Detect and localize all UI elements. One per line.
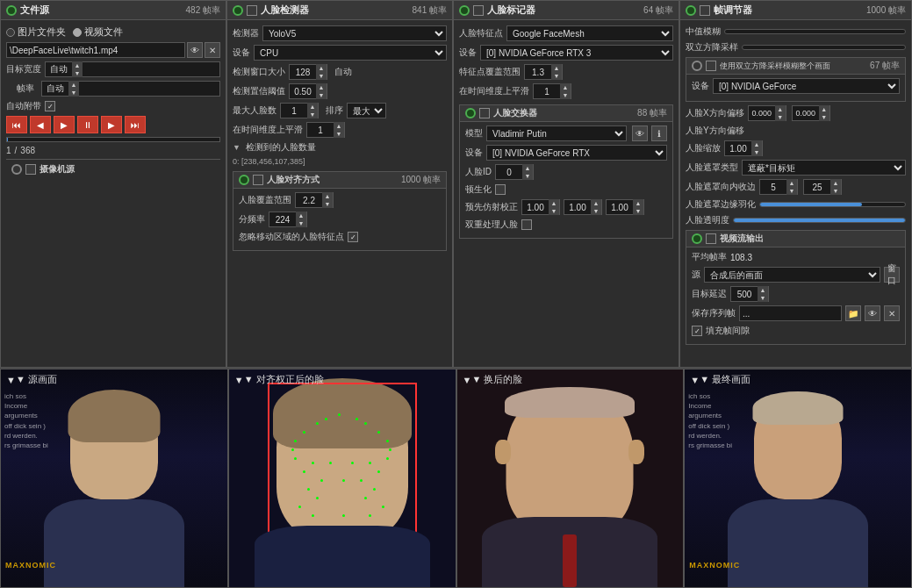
swap-device-select[interactable]: [0] NVIDIA GeForce RTX [486,145,667,161]
scale-spinner[interactable]: 1.00 ▲ ▼ [724,140,763,156]
inner1-down[interactable]: ▼ [786,187,797,195]
dual-process-check[interactable] [521,219,532,230]
target-width-down[interactable]: ▼ [72,69,83,77]
smoothing-spinner[interactable]: 1 ▲ ▼ [306,122,345,138]
correct-spinner2[interactable]: 1.00 ▲ ▼ [564,199,602,215]
facedetect-power-btn[interactable] [233,5,243,16]
coverage-down[interactable]: ▼ [322,200,333,208]
target-delay-up[interactable]: ▲ [758,286,768,294]
maxfaces-spinner[interactable]: 1 ▲ ▼ [280,103,319,118]
splitfreq-down[interactable]: ▼ [296,219,306,227]
target-delay-spinner[interactable]: 500 ▲ ▼ [730,286,769,302]
videoout-power[interactable] [692,233,702,244]
scale-up[interactable]: ▲ [751,140,762,148]
facemark-smoothing-spinner[interactable]: 1 ▲ ▼ [533,83,571,99]
threshold-up[interactable]: ▲ [316,83,327,91]
target-delay-down[interactable]: ▼ [758,294,768,302]
eye-icon-btn[interactable]: 👁 [187,42,203,58]
target-width-spinner[interactable]: 自动 ▲ ▼ [45,61,220,77]
fps-down[interactable]: ▼ [68,89,79,97]
camera-power-btn[interactable] [11,164,22,175]
model-eye-btn[interactable]: 👁 [632,125,648,141]
btn-play[interactable]: ▶ [54,116,75,133]
model-select[interactable]: Vladimir Putin [486,125,627,141]
face-align-check[interactable] [253,175,263,185]
progress-bar[interactable] [6,137,220,142]
window-size-up[interactable]: ▲ [316,64,327,72]
face-align-power[interactable] [239,175,249,185]
xshift2-up[interactable]: ▲ [819,105,829,113]
window-size-down[interactable]: ▼ [316,72,327,80]
file-path-input[interactable] [6,42,185,58]
inner2-down[interactable]: ▼ [830,187,841,195]
detector-select[interactable]: YoloV5 [262,25,447,41]
facemark-device-select[interactable]: [0] NVIDIA GeForce RTX 3 [480,45,673,61]
camera-check[interactable] [25,164,36,175]
scale-down[interactable]: ▼ [751,148,762,156]
correct-spinner3[interactable]: 1.00 ▲ ▼ [606,199,644,215]
xshift1-up[interactable]: ▲ [775,105,786,113]
btn-pause[interactable]: ⏸ [77,116,98,133]
faceid-spinner[interactable]: 0 ▲ ▼ [495,164,534,180]
median-blur-slider[interactable] [724,29,906,34]
xshift1-down[interactable]: ▼ [775,113,786,121]
sort-select[interactable]: 最大 [347,103,386,118]
fps-up[interactable]: ▲ [68,81,79,89]
ignore-moving-check[interactable]: ✓ [348,232,358,242]
correct3-down[interactable]: ▼ [633,207,643,215]
xshift-spinner2[interactable]: 0.000 ▲ ▼ [792,105,830,121]
frameadj-check[interactable] [700,5,710,16]
save-path-input[interactable] [739,305,842,321]
radio-imgfolder[interactable]: 图片文件夹 [6,25,66,39]
fps-spinner[interactable]: 自动 ▲ ▼ [41,81,220,97]
close-icon-btn[interactable]: ✕ [205,42,220,58]
faceswap-check[interactable] [479,108,490,118]
save-eye-btn[interactable]: 👁 [865,305,880,321]
facemark-smoothing-up[interactable]: ▲ [560,83,571,91]
inner1-up[interactable]: ▲ [786,179,797,187]
bilateral-slider[interactable] [742,45,906,50]
auto-loop-checkbox[interactable]: ✓ [45,101,55,111]
outer-edge-slider[interactable] [759,202,906,207]
model-info-btn[interactable]: ℹ [651,125,667,141]
facemark-power-btn[interactable] [459,5,470,16]
window-size-spinner[interactable]: 128 ▲ ▼ [289,64,327,80]
facedetect-check[interactable] [247,5,257,16]
threshold-down[interactable]: ▼ [316,91,327,99]
maxfaces-down[interactable]: ▼ [307,111,318,118]
facemark-check[interactable] [473,5,484,16]
maxfaces-up[interactable]: ▲ [307,103,318,111]
bilateral-subpanel-check[interactable] [706,61,716,71]
save-close-btn[interactable]: ✕ [884,305,900,321]
facemark-coverage-spinner[interactable]: 1.3 ▲ ▼ [524,64,563,80]
window-btn[interactable]: 窗口 [884,267,900,283]
correct2-down[interactable]: ▼ [591,207,601,215]
filesource-power-btn[interactable] [6,5,17,16]
btn-rewind[interactable]: ◀ [30,116,51,133]
target-width-up[interactable]: ▲ [72,61,83,69]
faceswap-power[interactable] [465,108,476,118]
coverage-up[interactable]: ▲ [322,192,333,200]
xshift2-down[interactable]: ▼ [819,113,829,121]
facemark-smoothing-down[interactable]: ▼ [560,91,571,99]
videoout-check[interactable] [706,233,716,244]
facemark-coverage-up[interactable]: ▲ [551,64,562,72]
inner-spinner1[interactable]: 5 ▲ ▼ [759,179,798,195]
landmarks-select[interactable]: Google FaceMesh [506,25,673,41]
faceid-down[interactable]: ▼ [522,172,533,180]
correct2-up[interactable]: ▲ [591,199,601,207]
correct1-down[interactable]: ▼ [549,207,559,215]
inner-spinner2[interactable]: 25 ▲ ▼ [803,179,842,195]
bilateral-subpanel-power[interactable] [692,61,702,71]
correct1-up[interactable]: ▲ [549,199,559,207]
fill-blank-check[interactable]: ✓ [692,326,702,336]
btn-skip-end[interactable]: ⏭ [125,116,146,133]
coverage-spinner[interactable]: 2.2 ▲ ▼ [295,192,334,208]
freeze-check[interactable] [495,184,506,195]
correct-spinner1[interactable]: 1.00 ▲ ▼ [521,199,560,215]
save-folder-btn[interactable]: 📁 [845,305,861,321]
frameadj-power-btn[interactable] [686,5,696,16]
threshold-spinner[interactable]: 0.50 ▲ ▼ [289,83,327,99]
radio-videofile[interactable]: 视频文件 [73,25,123,39]
splitfreq-spinner[interactable]: 224 ▲ ▼ [269,212,307,227]
